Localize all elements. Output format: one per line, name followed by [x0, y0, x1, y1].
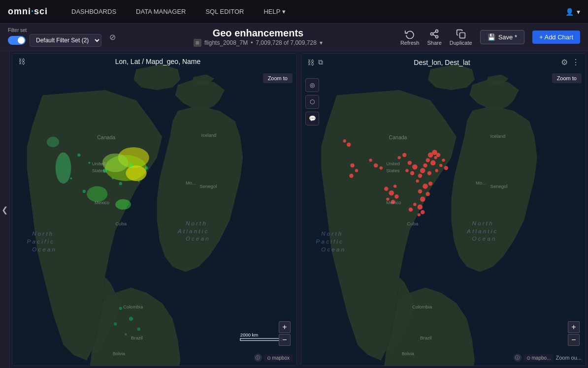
refresh-icon — [405, 29, 415, 39]
svg-text:Ocean: Ocean — [186, 235, 210, 242]
nav-dashboards[interactable]: DASHBOARDS — [67, 6, 120, 17]
chart2-title: Dest_lon, Dest_lat — [323, 59, 561, 66]
svg-point-16 — [88, 162, 90, 164]
svg-point-96 — [384, 187, 388, 191]
svg-text:States: States — [92, 168, 105, 173]
svg-point-79 — [408, 161, 412, 165]
svg-text:Atlantic: Atlantic — [466, 228, 498, 234]
svg-point-82 — [410, 171, 414, 175]
svg-point-29 — [114, 322, 117, 325]
toolbar-actions: Refresh Share Duplicate 💾 Save * + Add — [400, 29, 580, 46]
svg-point-86 — [350, 163, 354, 167]
svg-text:Canada: Canada — [389, 134, 407, 140]
link-icon-2: ⛓ — [307, 59, 314, 66]
svg-text:North: North — [472, 220, 494, 226]
filter-toggle-switch[interactable] — [8, 36, 26, 45]
svg-point-73 — [421, 210, 425, 214]
user-menu-button[interactable]: 👤 ▾ — [565, 8, 580, 16]
svg-point-98 — [444, 166, 448, 170]
mapbox-logo: ⊙ mapbox — [264, 354, 293, 362]
svg-point-13 — [115, 199, 131, 210]
sidebar-toggle-button[interactable]: ❮ — [0, 51, 10, 368]
svg-point-63 — [435, 169, 438, 172]
svg-point-92 — [402, 153, 406, 157]
nav-sql-editor[interactable]: SQL EDITOR — [201, 6, 248, 17]
svg-point-90 — [347, 143, 351, 147]
dataset-separator: • — [251, 39, 253, 46]
svg-text:Brazil: Brazil — [131, 335, 143, 340]
svg-point-85 — [380, 166, 383, 169]
chart-lon-lat: North Pacific Ocean North Atlantic Ocean… — [12, 53, 297, 366]
more-options-icon[interactable]: ⋮ — [572, 58, 580, 67]
svg-text:United: United — [92, 161, 105, 166]
zoom-in-button-2[interactable]: + — [568, 321, 580, 333]
svg-point-12 — [87, 186, 107, 202]
chart2-zoom-to[interactable]: Zoom to — [552, 73, 582, 83]
svg-point-25 — [119, 307, 122, 310]
chart1-header: ⛓ Lon, Lat / Mapd_geo, Name — [12, 54, 296, 69]
chart2-map-tools: ◎ ⬡ 💬 — [305, 78, 319, 125]
comment-tool-button[interactable]: 💬 — [305, 112, 319, 125]
dataset-icon: ⊞ — [194, 39, 201, 47]
filter-set-select[interactable]: Default Filter Set (2) — [30, 34, 101, 47]
svg-text:Cuba: Cuba — [115, 221, 127, 226]
toolbar: Filter set Default Filter Set (2) ⊘ Geo … — [0, 24, 588, 51]
chart1-zoom-to[interactable]: Zoom to — [263, 73, 293, 83]
info-icon[interactable]: ⓘ — [254, 354, 262, 362]
chart-dest: North Pacific Ocean North Atlantic Ocean… — [301, 53, 586, 366]
lasso-tool-button[interactable]: ◎ — [305, 78, 319, 92]
duplicate-button[interactable]: Duplicate — [450, 29, 472, 46]
nav-help[interactable]: HELP ▾ — [260, 6, 290, 17]
user-chevron-icon: ▾ — [577, 8, 580, 16]
add-chart-button[interactable]: + Add Chart — [532, 31, 580, 44]
svg-text:Mexico: Mexico — [95, 200, 109, 205]
share-button[interactable]: Share — [427, 29, 441, 46]
zoom-out-label: Zoom ou... — [555, 355, 582, 361]
logo: omni·sci — [8, 6, 48, 17]
svg-point-91 — [398, 156, 401, 159]
svg-point-93 — [416, 180, 419, 183]
svg-text:Brazil: Brazil — [420, 335, 432, 340]
polygon-tool-button[interactable]: ⬡ — [305, 95, 319, 109]
svg-line-3 — [433, 34, 436, 36]
svg-point-20 — [129, 163, 133, 167]
svg-point-62 — [427, 171, 431, 175]
svg-text:Mo...: Mo... — [476, 180, 486, 185]
chart2-zoom-controls: + − — [568, 321, 580, 346]
svg-point-1 — [431, 32, 433, 35]
svg-text:Senegol: Senegol — [490, 184, 508, 189]
dataset-chevron-icon[interactable]: ▾ — [320, 39, 323, 46]
nav-bar: omni·sci DASHBOARDS DATA MANAGER SQL EDI… — [0, 0, 588, 24]
info-icon-2[interactable]: ⓘ — [514, 354, 522, 362]
svg-text:Ocean: Ocean — [32, 246, 57, 252]
svg-point-71 — [420, 197, 425, 202]
svg-point-24 — [83, 190, 86, 193]
svg-point-72 — [418, 204, 423, 210]
zoom-out-button-2[interactable]: − — [568, 334, 580, 346]
zoom-out-button[interactable]: − — [279, 334, 291, 346]
svg-point-22 — [145, 166, 148, 169]
svg-text:Atlantic: Atlantic — [177, 228, 209, 234]
nav-data-manager[interactable]: DATA MANAGER — [132, 6, 190, 17]
copy-icon[interactable]: ⧉ — [318, 58, 323, 66]
svg-point-100 — [409, 208, 413, 212]
zoom-in-button[interactable]: + — [279, 321, 291, 333]
svg-point-68 — [423, 184, 428, 189]
svg-point-69 — [418, 189, 422, 193]
user-icon: 👤 — [565, 8, 574, 16]
svg-point-70 — [426, 192, 430, 196]
svg-text:Pacific: Pacific — [316, 238, 344, 245]
refresh-button[interactable]: Refresh — [400, 29, 420, 46]
settings-icon[interactable]: ⚙ — [561, 58, 568, 67]
map-svg-left: North Pacific Ocean North Atlantic Ocean… — [12, 54, 296, 366]
chart1-title: Lon, Lat / Mapd_geo, Name — [25, 58, 291, 65]
charts-area: North Pacific Ocean North Atlantic Ocean… — [10, 51, 588, 368]
svg-point-87 — [355, 169, 358, 172]
dataset-count: 7,009,728 of 7,009,728 — [256, 39, 316, 46]
filter-icon[interactable]: ⊘ — [109, 32, 116, 42]
svg-text:Canada: Canada — [97, 134, 115, 140]
svg-text:United: United — [386, 161, 399, 166]
svg-text:Colombia: Colombia — [412, 304, 432, 309]
save-button[interactable]: 💾 Save * — [480, 30, 524, 44]
duplicate-icon — [456, 29, 466, 39]
